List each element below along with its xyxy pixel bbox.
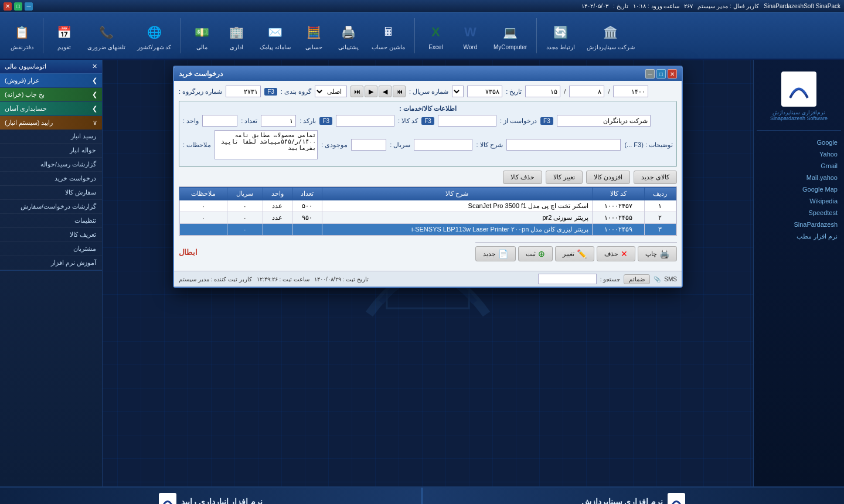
toolbar-reconnect[interactable]: 🔄 ارتباط مجدد [542,19,580,53]
change-goods-btn[interactable]: تغییر کالا [546,171,583,184]
panel-close-icon[interactable]: ✕ [92,63,97,70]
modal-max-btn[interactable]: □ [656,69,666,79]
request-from-f3-btn[interactable]: F3 [540,117,553,125]
close-btn[interactable]: ✕ [4,2,12,11]
sidebar-link-softmattab[interactable]: نرم افزار مطب [757,230,841,243]
modal-min-btn[interactable]: ─ [645,69,655,79]
panel-section-treasury-header[interactable]: ❯ بخ جاب (خزانه) [0,88,102,101]
toolbar-print[interactable]: 🖨️ پشتیبانی [332,19,365,53]
panel-section-sales-header[interactable]: ❯ عزاز (فروش) [0,74,102,87]
search-input[interactable] [538,274,597,284]
add-goods-btn[interactable]: افزودن کالا [586,171,630,184]
menu-report-resid[interactable]: گزارشات رسید/حواله [0,158,102,172]
toolbar-edari[interactable]: 🏢 اداری [220,19,253,53]
sidebar-link-mailyahoo[interactable]: Mail.yahoo [757,172,841,183]
barcode-f3-btn[interactable]: F3 [319,117,332,125]
delete-btn[interactable]: ✕ حذف [597,246,635,261]
serial-input[interactable] [467,86,502,97]
sidebar-link-yahoo[interactable]: Yahoo [757,148,841,160]
unit-input[interactable] [202,115,237,127]
sidebar-link-wikipedia[interactable]: Wikipedia [757,195,841,207]
maximize-btn[interactable]: □ [14,2,22,11]
sidebar-link-sinapardazesh[interactable]: SinaPardazesh [757,219,841,230]
menu-software-training[interactable]: آموزش نرم افزار [0,256,102,270]
register-btn[interactable]: ⊕ ثبت [518,246,553,261]
table-row[interactable]: ۱ ۱۰۰۰۲۴۵۷ اسکنر تخت اچ پی مدل ScanJet P… [180,200,676,212]
toolbar-daftarnaqsh[interactable]: 📋 دفترنقش [6,19,38,53]
zirgroup-input[interactable] [226,86,261,97]
cancel-label[interactable]: ابطال [179,248,198,257]
barcode-input[interactable] [336,115,394,127]
menu-resid-anbar[interactable]: رسید انبار [0,130,102,144]
group-select[interactable]: اصلی [315,86,347,97]
user-info: کاربر فعال : مدیر سیستم [697,3,759,9]
date-day-input[interactable] [525,86,560,97]
sidebar-link-speedtest[interactable]: Speedtest [757,207,841,219]
menu-report-request[interactable]: گزارشات درخواست/سفارش [0,200,102,214]
menu-order-goods[interactable]: سفارش کالا [0,186,102,200]
top-form-row: شماره زیرگروه : F3 گروه بندی : اصلی ⏮ ◀ [179,86,677,97]
request-from-input[interactable] [557,115,651,127]
serial-item-input[interactable] [414,139,472,151]
edari-icon: 🏢 [226,22,247,43]
desc-input[interactable] [506,139,621,151]
menu-havaleh-anbar[interactable]: حواله انبار [0,144,102,158]
modal-close-btn[interactable]: ✕ [668,69,677,79]
footer-date-label: تاریخ ثبت : [342,276,368,282]
treasury-section-title: بخ جاب (خزانه) [5,91,45,98]
calculator-label: ماشین حساب [372,44,405,50]
notes-textarea[interactable]: تمامی محصولات مطابق نامه ۱۴۰۰/ر/۵۴۵میباش… [215,130,318,159]
add-new-goods-btn[interactable]: کالای جدید [634,171,677,184]
table-row[interactable]: ۲ ۱۰۰۰۲۴۵۵ پرینتر سوزنی pr2 ۹۵۰ عدد · · [180,212,676,224]
sidebar-link-gmail[interactable]: Gmail [757,160,841,172]
table-row[interactable]: ۳ ۱۰۰۰۲۴۵۹ پرینتر لیزری کانن مدل i-SENSY… [180,224,676,236]
menu-define-goods[interactable]: تعریف کالا [0,228,102,242]
attach-btn[interactable]: ضمائم [624,274,650,284]
date-month-input[interactable] [569,86,604,97]
toolbar-hesabi[interactable]: 🧮 حسابی [298,19,330,53]
print-btn[interactable]: 🖨️ چاپ [638,246,677,261]
delete-goods-btn[interactable]: حذف کالا [503,171,542,184]
toolbar-word[interactable]: W Word [454,19,486,53]
toolbar-calendar[interactable]: 📅 تقویم [48,19,80,53]
date-year-input[interactable] [613,86,648,97]
toolbar-phones[interactable]: 📞 تلفنهای ضروری [83,19,130,53]
menu-purchase-request[interactable]: درخواست خرید [0,172,102,186]
modal-body: شماره زیرگروه : F3 گروه بندی : اصلی ⏮ ◀ [174,81,682,271]
toolbar-mali[interactable]: 💵 مالی [186,19,218,53]
menu-customers[interactable]: مشتریان [0,242,102,256]
main-action-btns: 🖨️ چاپ ✕ حذف ✏️ تغییر [475,242,677,265]
panel-section-accounting-header[interactable]: ❯ حسابداری آسان [0,102,102,115]
panel-section-warehouse-header[interactable]: ∨ رایبد (سیستم انبار) [0,116,102,130]
reconnect-label: ارتباط مجدد [546,44,575,50]
toolbar-company[interactable]: 🏛️ شرکت سیناپردازش [582,19,639,53]
count-input[interactable] [261,115,296,127]
panel-section-warehouse: ∨ رایبد (سیستم انبار) رسید انبار حواله ا… [0,116,102,271]
nav-prev-btn[interactable]: ◀ [379,86,392,97]
change-btn[interactable]: ✏️ تغییر [555,246,594,261]
code-input[interactable] [438,115,496,127]
sidebar-link-google[interactable]: Google [757,137,841,148]
date-slash2: / [608,88,610,95]
toolbar-excel[interactable]: X Excel [420,19,452,53]
toolbar-city-code[interactable]: 🌐 کد شهر/کشور [132,19,176,53]
accounting-section-title: حسابداری آسان [5,105,47,113]
nav-last-btn[interactable]: ⏭ [350,86,363,97]
nav-first-btn[interactable]: ⏮ [393,86,406,97]
zirgroup-f3-btn[interactable]: F3 [264,88,277,96]
new-btn[interactable]: 📄 جدید [475,246,516,261]
nav-next-btn[interactable]: ▶ [365,86,377,97]
cell-serial: · [227,200,263,212]
banner-logo-icon [668,493,685,504]
toolbar-calculator[interactable]: 🖩 ماشین حساب [367,19,410,53]
purchase-request-modal: ✕ □ ─ درخواست خرید شماره زیرگروه : F3 [173,66,683,288]
minimize-btn[interactable]: ─ [25,2,33,11]
menu-settings[interactable]: تنظیمات [0,214,102,228]
sidebar-link-googlemap[interactable]: Google Map [757,183,841,195]
serial-selector[interactable]: ▼ [452,86,464,97]
toolbar-sms[interactable]: ✉️ سامانه پیامک [255,19,295,53]
code-f3-btn[interactable]: F3 [421,117,434,125]
stock-input[interactable] [351,139,386,151]
toolbar-mycomputer[interactable]: 💻 MyComputer [489,19,532,53]
print-icon: 🖨️ [338,22,359,43]
